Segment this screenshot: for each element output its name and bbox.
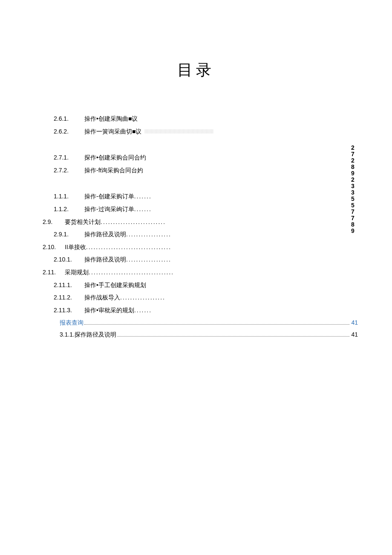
vertical-page-number: 2728	[349, 144, 356, 170]
toc-page-number: 41	[351, 319, 358, 327]
dot-leader	[84, 324, 349, 325]
toc-text: 要货相关计划	[65, 218, 101, 227]
toc-entry: 2.10. II单接收	[34, 243, 358, 252]
toc-text: 操作-创建采购订单	[84, 192, 134, 201]
toc-number: 2.7.1.	[54, 154, 79, 162]
dot-leader	[145, 129, 213, 134]
dot-leader	[117, 336, 349, 337]
dot-leader	[89, 268, 174, 277]
toc-entry: 2.9. 要货相关计划	[34, 218, 358, 227]
dot-leader	[86, 243, 171, 252]
toc-entry: 2.11.2. 操作战板导入	[34, 293, 358, 302]
dot-leader	[126, 230, 171, 239]
vertical-page-number: 9233557789	[349, 170, 356, 234]
dot-leader	[134, 192, 152, 201]
toc-number: 2.10.	[43, 243, 60, 252]
toc-text: 操作战板导入	[84, 293, 120, 302]
toc-entry-link[interactable]: 报表查询 41	[34, 319, 358, 327]
toc-entry: 2.10.1. 操作路径及说明	[34, 256, 358, 264]
dot-leader	[134, 306, 152, 315]
toc-number: 1.1.1.	[54, 192, 79, 201]
toc-text: 操作路径及说明	[84, 256, 126, 264]
toc-text: 操作•手工创建采购规划	[84, 281, 146, 290]
toc-entry: 2.7.1. 探作•创建采购合同合约	[34, 154, 358, 162]
document-page: 目录 2.6.1. 操作•创建采陶曲■议 2.6.2. 操作一簧询采曲切■议 2…	[0, 0, 392, 339]
toc-entry: 2.9.1. 操作路径及说明	[34, 230, 358, 239]
toc-number: 2.9.	[43, 218, 60, 227]
toc-link-text: 报表查询	[60, 319, 84, 327]
toc-number: 2.10.1.	[54, 256, 79, 264]
toc-number: 1.1.2.	[54, 205, 79, 214]
toc-entry: 2.6.2. 操作一簧询采曲切■议	[34, 128, 358, 136]
toc-entry: 1.1.2. 操作-过询采岣订单	[34, 205, 358, 214]
toc-text: 操作-ft询采购合同台妁	[84, 166, 143, 175]
toc-number: 2.6.2.	[54, 128, 79, 136]
toc-number: 2.11.	[43, 268, 60, 277]
dot-leader	[126, 256, 171, 264]
toc-text: 采期规划	[65, 268, 89, 277]
toc-text: 探作•创建采购合同合约	[84, 154, 146, 162]
toc-text: II单接收	[65, 243, 86, 252]
toc-number: 2.11.2.	[54, 293, 79, 302]
toc-number: 2.11.1.	[54, 281, 79, 290]
toc-text: 3.1.1.探作路径及说明	[60, 331, 116, 339]
table-of-contents: 2.6.1. 操作•创建采陶曲■议 2.6.2. 操作一簧询采曲切■议 2.7.…	[34, 115, 358, 339]
toc-number: 2.6.1.	[54, 115, 79, 123]
dot-leader	[134, 205, 152, 214]
toc-page-number: 41	[351, 331, 358, 339]
dot-leader	[101, 218, 166, 227]
toc-text: 操作•审枇采的规划	[84, 306, 134, 315]
toc-entry: 1.1.1. 操作-创建采购订单	[34, 192, 358, 201]
toc-number: 2.7.2.	[54, 166, 79, 175]
toc-entry: 3.1.1.探作路径及说明 41	[34, 331, 358, 339]
dot-leader	[120, 293, 165, 302]
toc-entry: 2.11. 采期规划	[34, 268, 358, 277]
toc-text: 操作-过询采岣订单	[84, 205, 134, 214]
toc-title: 目录	[34, 60, 358, 81]
toc-entry: 2.11.3. 操作•审枇采的规划	[34, 306, 358, 315]
toc-entry: 2.6.1. 操作•创建采陶曲■议	[34, 115, 358, 123]
toc-text: 操作一簧询采曲切■议	[84, 128, 141, 136]
toc-text: 操作•创建采陶曲■议	[84, 115, 138, 123]
toc-number: 2.9.1.	[54, 230, 79, 239]
toc-entry: 2.11.1. 操作•手工创建采购规划	[34, 281, 358, 290]
toc-text: 操作路径及说明	[84, 230, 126, 239]
toc-entry: 2.7.2. 操作-ft询采购合同台妁	[34, 166, 358, 175]
toc-number: 2.11.3.	[54, 306, 79, 315]
